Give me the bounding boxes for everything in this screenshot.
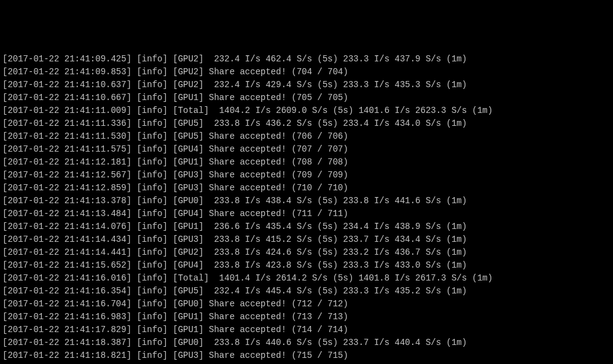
log-line: [2017-01-22 21:41:12.567] [info] [GPU3] … bbox=[2, 169, 611, 182]
log-line: [2017-01-22 21:41:16.704] [info] [GPU0] … bbox=[2, 298, 611, 311]
log-line: [2017-01-22 21:41:12.181] [info] [GPU1] … bbox=[2, 156, 611, 169]
log-line: [2017-01-22 21:41:17.829] [info] [GPU1] … bbox=[2, 323, 611, 336]
log-line: [2017-01-22 21:41:11.530] [info] [GPU5] … bbox=[2, 130, 611, 143]
log-line: [2017-01-22 21:41:14.441] [info] [GPU2] … bbox=[2, 246, 611, 259]
log-line: [2017-01-22 21:41:13.378] [info] [GPU0] … bbox=[2, 195, 611, 207]
terminal-output: [2017-01-22 21:41:09.425] [info] [GPU2] … bbox=[2, 53, 611, 364]
log-line: [2017-01-22 21:41:12.859] [info] [GPU3] … bbox=[2, 182, 611, 195]
log-line: [2017-01-22 21:41:18.821] [info] [GPU3] … bbox=[2, 349, 611, 362]
log-line: [2017-01-22 21:41:16.983] [info] [GPU1] … bbox=[2, 311, 611, 323]
log-line: [2017-01-22 21:41:16.354] [info] [GPU5] … bbox=[2, 285, 611, 298]
log-line: [2017-01-22 21:41:09.853] [info] [GPU2] … bbox=[2, 66, 611, 79]
log-line: [2017-01-22 21:41:16.016] [info] [Total]… bbox=[2, 272, 611, 285]
log-line: [2017-01-22 21:41:11.336] [info] [GPU5] … bbox=[2, 117, 611, 130]
log-line: [2017-01-22 21:41:14.434] [info] [GPU3] … bbox=[2, 233, 611, 246]
log-line: [2017-01-22 21:41:10.667] [info] [GPU1] … bbox=[2, 91, 611, 104]
log-line: [2017-01-22 21:41:14.076] [info] [GPU1] … bbox=[2, 220, 611, 233]
log-line: [2017-01-22 21:41:10.637] [info] [GPU2] … bbox=[2, 79, 611, 91]
log-line: [2017-01-22 21:41:13.484] [info] [GPU4] … bbox=[2, 207, 611, 220]
log-line: [2017-01-22 21:41:15.652] [info] [GPU4] … bbox=[2, 259, 611, 272]
log-line: [2017-01-22 21:41:09.425] [info] [GPU2] … bbox=[2, 53, 611, 66]
log-line: [2017-01-22 21:41:18.387] [info] [GPU0] … bbox=[2, 336, 611, 349]
log-line: [2017-01-22 21:41:11.575] [info] [GPU4] … bbox=[2, 143, 611, 156]
log-line: [2017-01-22 21:41:11.009] [info] [Total]… bbox=[2, 104, 611, 117]
